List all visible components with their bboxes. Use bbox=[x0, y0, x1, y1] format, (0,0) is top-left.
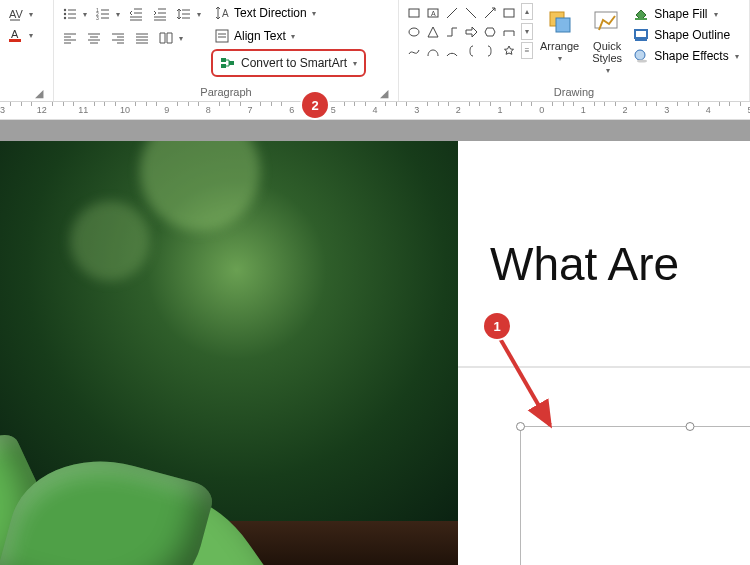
svg-point-26 bbox=[637, 60, 647, 63]
drawing-group: A bbox=[399, 0, 750, 101]
shape-connector-icon[interactable] bbox=[500, 23, 518, 41]
slide[interactable]: What Are •A class of plant h bbox=[0, 141, 750, 565]
shape-scribble-icon[interactable] bbox=[405, 42, 423, 60]
gallery-up-icon[interactable]: ▴ bbox=[521, 3, 533, 20]
line-spacing-icon bbox=[176, 6, 192, 22]
shape-rect2-icon[interactable] bbox=[500, 4, 518, 22]
chevron-down-icon: ▾ bbox=[83, 10, 87, 19]
svg-rect-20 bbox=[556, 18, 570, 32]
shape-outline-button[interactable]: Shape Outline bbox=[629, 25, 743, 45]
text-direction-button[interactable]: A Text Direction▾ bbox=[211, 3, 366, 23]
horizontal-ruler[interactable]: 13121110987654321012345 bbox=[0, 102, 750, 120]
align-left-button[interactable] bbox=[59, 28, 81, 48]
align-left-icon bbox=[62, 30, 78, 46]
chevron-down-icon: ▾ bbox=[197, 10, 201, 19]
slide-canvas[interactable]: What Are •A class of plant h bbox=[0, 120, 750, 565]
columns-icon bbox=[158, 30, 174, 46]
chevron-down-icon: ▾ bbox=[291, 32, 295, 41]
arrange-button[interactable]: Arrange ▾ bbox=[534, 2, 585, 67]
svg-text:A: A bbox=[431, 10, 436, 17]
shape-fill-icon bbox=[633, 6, 649, 22]
svg-point-18 bbox=[409, 28, 419, 36]
convert-to-smartart-button[interactable]: Convert to SmartArt▾ bbox=[211, 49, 366, 77]
columns-button[interactable]: ▾ bbox=[155, 28, 186, 48]
align-text-icon bbox=[214, 28, 230, 44]
quick-styles-icon bbox=[591, 6, 623, 38]
svg-rect-22 bbox=[635, 18, 647, 20]
convert-to-smartart-label: Convert to SmartArt bbox=[241, 56, 347, 70]
arrange-label: Arrange bbox=[540, 40, 579, 52]
shape-brace-l-icon[interactable] bbox=[462, 42, 480, 60]
canvas-background bbox=[0, 120, 750, 141]
shape-line-icon[interactable] bbox=[443, 4, 461, 22]
shape-brace-r-icon[interactable] bbox=[481, 42, 499, 60]
shape-triangle-icon[interactable] bbox=[424, 23, 442, 41]
font-color-button[interactable]: A▾ bbox=[5, 25, 36, 45]
svg-rect-12 bbox=[221, 64, 226, 68]
text-direction-icon: A bbox=[214, 5, 230, 21]
shape-arc-icon[interactable] bbox=[443, 42, 461, 60]
shape-star-icon[interactable] bbox=[500, 42, 518, 60]
char-spacing-button[interactable]: AV▾ bbox=[5, 4, 36, 24]
bullets-button[interactable]: ▾ bbox=[59, 4, 90, 24]
annotation-callout-2: 2 bbox=[302, 92, 328, 118]
line-spacing-button[interactable]: ▾ bbox=[173, 4, 204, 24]
chevron-down-icon: ▾ bbox=[312, 9, 316, 18]
text-placeholder-selected[interactable] bbox=[520, 426, 750, 565]
slide-title[interactable]: What Are bbox=[490, 237, 679, 291]
svg-rect-23 bbox=[635, 30, 647, 38]
chevron-down-icon: ▾ bbox=[735, 52, 739, 61]
chevron-down-icon: ▾ bbox=[606, 66, 610, 75]
bullets-icon bbox=[62, 6, 78, 22]
shape-fill-label: Shape Fill bbox=[654, 7, 707, 21]
svg-point-5 bbox=[64, 17, 66, 19]
chevron-down-icon: ▾ bbox=[116, 10, 120, 19]
shape-effects-button[interactable]: Shape Effects▾ bbox=[629, 46, 743, 66]
shapes-gallery[interactable]: A bbox=[403, 2, 520, 62]
shape-effects-label: Shape Effects bbox=[654, 49, 729, 63]
shape-arrow-icon[interactable] bbox=[481, 4, 499, 22]
shape-fill-button[interactable]: Shape Fill▾ bbox=[629, 4, 743, 24]
shape-textbox-icon[interactable]: A bbox=[424, 4, 442, 22]
resize-handle-tm[interactable] bbox=[686, 422, 695, 431]
align-text-button[interactable]: Align Text▾ bbox=[211, 26, 366, 46]
dialog-launcher-icon[interactable]: ◢ bbox=[378, 87, 390, 99]
increase-indent-icon bbox=[152, 6, 168, 22]
gallery-scroll[interactable]: ▴ ▾ ≡ bbox=[520, 2, 534, 60]
increase-indent-button[interactable] bbox=[149, 4, 171, 24]
font-color-icon: A bbox=[8, 27, 24, 43]
gallery-more-icon[interactable]: ≡ bbox=[521, 42, 533, 59]
justify-button[interactable] bbox=[131, 28, 153, 48]
chevron-down-icon: ▾ bbox=[179, 34, 183, 43]
shape-hex-icon[interactable] bbox=[481, 23, 499, 41]
svg-rect-11 bbox=[221, 58, 226, 62]
svg-text:A: A bbox=[11, 28, 19, 40]
svg-point-4 bbox=[64, 13, 66, 15]
shape-line2-icon[interactable] bbox=[462, 4, 480, 22]
chevron-down-icon: ▾ bbox=[353, 59, 357, 68]
shape-arrow-right-icon[interactable] bbox=[462, 23, 480, 41]
align-center-button[interactable] bbox=[83, 28, 105, 48]
dialog-launcher-icon[interactable]: ◢ bbox=[33, 87, 45, 99]
shape-elbow-icon[interactable] bbox=[443, 23, 461, 41]
shape-outline-label: Shape Outline bbox=[654, 28, 730, 42]
annotation-arrow bbox=[490, 330, 580, 443]
quick-styles-button[interactable]: Quick Styles ▾ bbox=[585, 2, 629, 79]
gallery-down-icon[interactable]: ▾ bbox=[521, 23, 533, 40]
svg-text:3: 3 bbox=[96, 15, 99, 21]
shape-curve-icon[interactable] bbox=[424, 42, 442, 60]
chevron-down-icon: ▾ bbox=[558, 54, 562, 63]
numbering-icon: 123 bbox=[95, 6, 111, 22]
font-group-fragment: AV▾ A▾ ◢ bbox=[0, 0, 54, 101]
shape-oval-icon[interactable] bbox=[405, 23, 423, 41]
decrease-indent-button[interactable] bbox=[125, 4, 147, 24]
drawing-group-label: Drawing bbox=[554, 86, 594, 98]
align-text-label: Align Text bbox=[234, 29, 286, 43]
align-center-icon bbox=[86, 30, 102, 46]
svg-point-25 bbox=[635, 50, 645, 60]
shape-rect-icon[interactable] bbox=[405, 4, 423, 22]
char-spacing-icon: AV bbox=[8, 6, 24, 22]
annotation-callout-1: 1 bbox=[484, 313, 510, 339]
align-right-button[interactable] bbox=[107, 28, 129, 48]
numbering-button[interactable]: 123▾ bbox=[92, 4, 123, 24]
